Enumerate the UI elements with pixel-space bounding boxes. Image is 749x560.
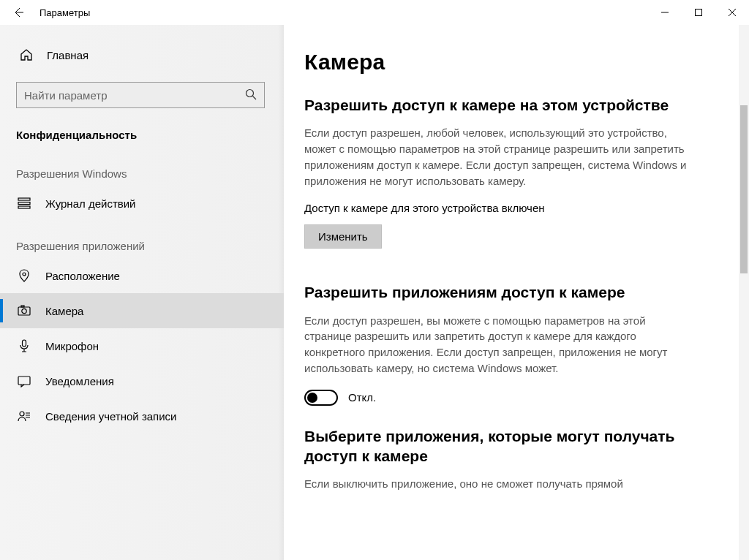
page-title: Камера bbox=[304, 50, 720, 75]
section2-text: Если доступ разрешен, вы можете с помощь… bbox=[304, 313, 692, 377]
sidebar-item-account-info[interactable]: Сведения учетной записи bbox=[0, 398, 284, 434]
sidebar-item-label: Микрофон bbox=[45, 340, 99, 352]
search-box[interactable] bbox=[16, 82, 265, 108]
toggle-state-label: Откл. bbox=[348, 391, 376, 404]
section3-heading: Выберите приложения, которые могут получ… bbox=[304, 426, 685, 466]
search-icon bbox=[244, 88, 257, 101]
section2-heading: Разрешить приложениям доступ к камере bbox=[304, 282, 720, 302]
sidebar-item-camera[interactable]: Камера bbox=[0, 293, 284, 328]
apps-access-toggle[interactable] bbox=[304, 390, 338, 406]
svg-rect-6 bbox=[18, 307, 30, 315]
location-icon bbox=[16, 268, 32, 283]
svg-point-7 bbox=[22, 309, 26, 313]
sidebar: Главная Конфиденциальность Разрешения Wi… bbox=[0, 25, 284, 560]
sidebar-section-title: Конфиденциальность bbox=[0, 116, 284, 148]
window-title: Параметры bbox=[39, 7, 90, 18]
sidebar-item-label: Уведомления bbox=[45, 375, 114, 387]
sidebar-home[interactable]: Главная bbox=[0, 39, 284, 70]
account-info-icon bbox=[16, 409, 32, 423]
close-button[interactable] bbox=[715, 0, 749, 25]
camera-icon bbox=[16, 303, 32, 318]
settings-window: Параметры Главная bbox=[0, 0, 749, 560]
sidebar-group-windows: Разрешения Windows bbox=[0, 148, 284, 186]
sidebar-item-activity-history[interactable]: Журнал действий bbox=[0, 186, 284, 221]
sidebar-item-label: Расположение bbox=[45, 270, 120, 282]
svg-rect-9 bbox=[23, 340, 26, 347]
close-icon bbox=[728, 8, 737, 17]
back-button[interactable] bbox=[7, 1, 29, 23]
minimize-icon bbox=[660, 8, 669, 17]
svg-rect-8 bbox=[21, 306, 24, 307]
section3-text: Если выключить приложение, оно не сможет… bbox=[304, 476, 692, 492]
arrow-left-icon bbox=[12, 7, 24, 18]
titlebar: Параметры bbox=[0, 0, 749, 25]
svg-point-5 bbox=[23, 273, 26, 276]
sidebar-item-label: Камера bbox=[45, 305, 83, 317]
svg-point-11 bbox=[20, 412, 24, 416]
toggle-knob bbox=[307, 393, 317, 403]
svg-rect-3 bbox=[18, 203, 30, 205]
svg-rect-0 bbox=[696, 10, 702, 16]
svg-rect-2 bbox=[18, 198, 30, 200]
sidebar-group-apps: Разрешения приложений bbox=[0, 221, 284, 258]
svg-point-1 bbox=[246, 90, 254, 97]
vertical-scrollbar[interactable] bbox=[739, 25, 749, 560]
section1-heading: Разрешить доступ к камере на этом устрой… bbox=[304, 95, 720, 115]
sidebar-home-label: Главная bbox=[47, 49, 89, 61]
minimize-button[interactable] bbox=[648, 0, 682, 25]
activity-history-icon bbox=[16, 196, 32, 211]
section1-text: Если доступ разрешен, любой человек, исп… bbox=[304, 125, 692, 189]
camera-access-status: Доступ к камере для этого устройства вкл… bbox=[304, 202, 720, 214]
sidebar-item-label: Сведения учетной записи bbox=[45, 410, 177, 423]
sidebar-item-notifications[interactable]: Уведомления bbox=[0, 363, 284, 398]
svg-rect-4 bbox=[18, 206, 30, 208]
home-icon bbox=[19, 48, 34, 62]
maximize-button[interactable] bbox=[682, 0, 715, 25]
svg-rect-10 bbox=[18, 377, 30, 385]
notifications-icon bbox=[16, 374, 32, 388]
sidebar-item-label: Журнал действий bbox=[45, 197, 135, 210]
sidebar-item-microphone[interactable]: Микрофон bbox=[0, 328, 284, 363]
search-input[interactable] bbox=[16, 82, 265, 108]
maximize-icon bbox=[694, 8, 703, 17]
scrollbar-thumb[interactable] bbox=[740, 105, 748, 273]
change-button[interactable]: Изменить bbox=[304, 224, 382, 249]
sidebar-item-location[interactable]: Расположение bbox=[0, 258, 284, 293]
microphone-icon bbox=[16, 338, 32, 353]
content-area: Камера Разрешить доступ к камере на этом… bbox=[284, 25, 749, 560]
